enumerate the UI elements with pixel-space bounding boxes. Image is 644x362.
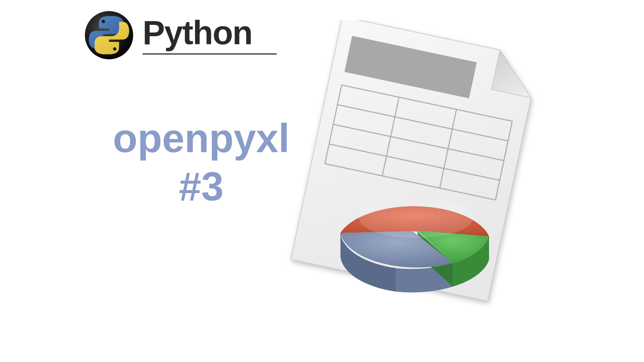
python-text-wrap: Python — [143, 16, 277, 55]
title-line-1: openpyxl — [107, 114, 295, 162]
title-line-2: #3 — [107, 162, 295, 210]
python-logo-block: Python — [84, 10, 277, 60]
spreadsheet-pie-graphic — [275, 20, 543, 322]
svg-point-1 — [102, 20, 105, 23]
svg-point-2 — [113, 47, 116, 51]
python-logo-icon — [84, 10, 134, 60]
main-title: openpyxl #3 — [107, 114, 295, 210]
svg-point-10 — [359, 198, 473, 238]
logo-underline — [143, 53, 277, 55]
python-logo-text: Python — [143, 16, 277, 49]
